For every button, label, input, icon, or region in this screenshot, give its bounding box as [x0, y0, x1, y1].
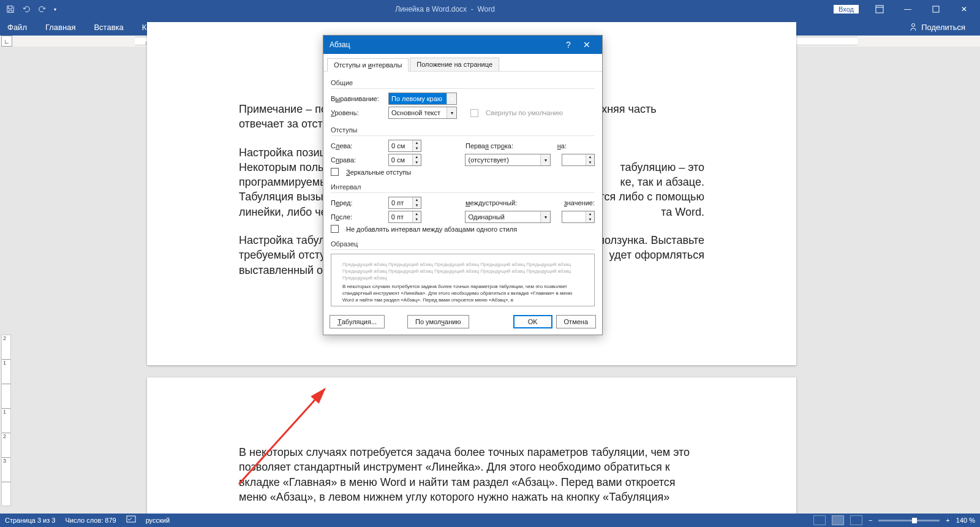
share-icon [909, 23, 918, 31]
before-spinner[interactable]: 0 пт▲▼ [388, 197, 421, 209]
page-count[interactable]: Страница 3 из 3 [5, 517, 55, 524]
after-label: После: [331, 213, 385, 221]
preview-box: Предыдущий абзац Предыдущий абзац Предыд… [331, 254, 595, 306]
svg-point-6 [912, 24, 915, 27]
tab-selector-button[interactable]: ∟ [1, 36, 12, 47]
group-indents: Отступы [331, 126, 361, 134]
page[interactable]: В некоторых случаях потребуется задача б… [147, 377, 796, 527]
collapsed-label: Свернуты по умолчанию [486, 109, 563, 116]
ok-button[interactable]: OK [513, 315, 552, 328]
dialog-tabs: Отступы и интервалы Положение на страниц… [323, 54, 602, 72]
group-preview: Образец [331, 240, 361, 248]
before-label: Перед: [331, 199, 385, 207]
at-label: значение: [564, 199, 595, 207]
close-icon[interactable]: ✕ [951, 0, 978, 18]
nospace-checkbox[interactable] [331, 225, 339, 233]
set-default-button[interactable]: По умолчанию [407, 315, 469, 328]
web-layout-icon[interactable] [850, 515, 862, 525]
svg-rect-2 [933, 6, 939, 12]
vertical-ruler[interactable]: 21123 [1, 335, 11, 506]
zoom-level[interactable]: 140 % [956, 517, 975, 524]
by-label: на: [557, 142, 567, 150]
read-mode-icon[interactable] [813, 515, 826, 525]
by-spinner[interactable]: ▲▼ [562, 154, 595, 166]
dialog-title-bar[interactable]: Абзац ? ✕ [323, 36, 602, 54]
zoom-out-icon[interactable]: − [869, 517, 872, 524]
at-spinner[interactable]: ▲▼ [562, 211, 595, 223]
paragraph-dialog: Абзац ? ✕ Отступы и интервалы Положение … [323, 35, 603, 335]
share-button[interactable]: Поделиться [921, 23, 965, 32]
redo-icon[interactable] [38, 5, 47, 13]
cancel-button[interactable]: Отмена [556, 315, 596, 328]
after-spinner[interactable]: 0 пт▲▼ [388, 211, 421, 223]
alignment-label: Выравнивание: [331, 95, 385, 102]
linespacing-label: междустрочный: [466, 199, 539, 207]
special-combo[interactable]: (отсутствует)▾ [465, 154, 551, 166]
tab-line-page-breaks[interactable]: Положение на странице [410, 58, 499, 71]
tab-indents-spacing[interactable]: Отступы и интервалы [327, 58, 409, 72]
save-icon[interactable] [6, 5, 15, 13]
zoom-slider[interactable] [878, 520, 940, 521]
word-count[interactable]: Число слов: 879 [65, 517, 116, 524]
dialog-button-row: Табуляция... По умолчанию OK Отмена [323, 311, 602, 335]
quick-access-toolbar: ▾ [0, 5, 56, 13]
undo-icon[interactable] [22, 5, 31, 13]
title-bar: ▾ Линейка в Word.docx - Word Вход — ✕ [0, 0, 980, 18]
left-indent-label: Слева: [331, 142, 385, 150]
status-bar: Страница 3 из 3 Число слов: 879 русский … [0, 514, 980, 527]
maximize-icon[interactable] [922, 0, 949, 18]
outline-label: Уровень: [331, 109, 385, 116]
document-body[interactable]: В некоторых случаях потребуется задача б… [239, 445, 704, 504]
left-indent-spinner[interactable]: 0 см▲▼ [388, 140, 421, 152]
tab-insert[interactable]: Вставка [90, 23, 127, 32]
mirror-checkbox[interactable] [331, 168, 339, 176]
close-icon[interactable]: ✕ [578, 40, 596, 50]
tab-home[interactable]: Главная [42, 23, 79, 32]
right-indent-spinner[interactable]: 0 см▲▼ [388, 154, 421, 166]
spellcheck-icon[interactable] [126, 515, 136, 525]
language-status[interactable]: русский [146, 517, 170, 524]
group-general: Общие [331, 79, 356, 86]
outline-combo[interactable]: Основной текст▾ [388, 107, 457, 119]
group-spacing: Интервал [331, 183, 364, 191]
tabs-button[interactable]: Табуляция... [330, 315, 385, 328]
right-indent-label: Справа: [331, 156, 385, 164]
mirror-label: Зеркальные отступы [346, 169, 411, 176]
minimize-icon[interactable]: — [894, 0, 921, 18]
zoom-in-icon[interactable]: + [946, 517, 949, 524]
sign-in-button[interactable]: Вход [834, 5, 859, 13]
window-title: Линейка в Word.docx - Word [56, 5, 834, 13]
collapsed-checkbox[interactable] [470, 109, 478, 117]
linespacing-combo[interactable]: Одинарный▾ [465, 211, 551, 223]
nospace-label: Не добавлять интервал между абзацами одн… [346, 226, 517, 233]
ribbon-display-icon[interactable] [866, 0, 893, 18]
special-label: Первая строка: [466, 142, 539, 150]
print-layout-icon[interactable] [832, 515, 844, 525]
dialog-title: Абзац [330, 40, 559, 49]
help-icon[interactable]: ? [559, 40, 578, 50]
tab-file[interactable]: Файл [4, 23, 31, 32]
svg-rect-0 [876, 6, 883, 13]
alignment-combo[interactable]: По левому краю▾ [388, 93, 457, 105]
